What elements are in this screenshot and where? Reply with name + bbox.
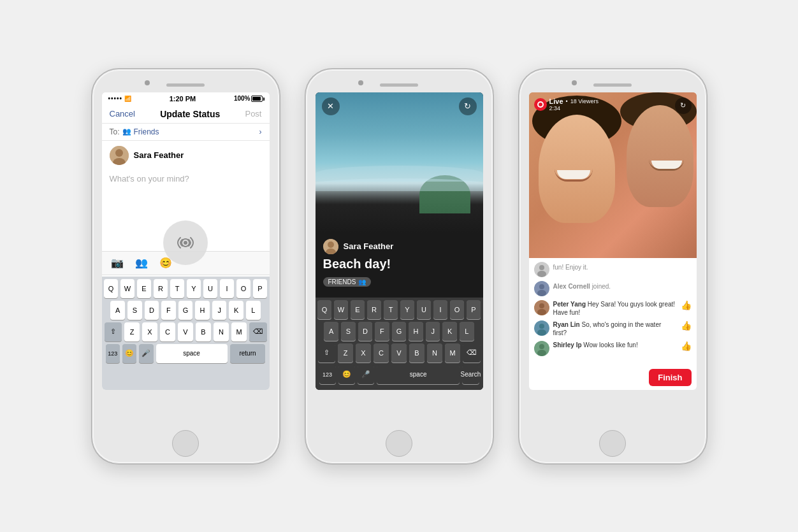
live-broadcast-icon [174,231,197,254]
dark-key-t[interactable]: T [384,300,398,319]
alex-name: Alex Cornell [553,283,590,290]
comment-avatar-alex [534,281,549,296]
dark-key-n[interactable]: N [427,343,442,363]
key-n[interactable]: N [214,322,229,341]
dark-key-space[interactable]: space [377,365,460,384]
close-button[interactable]: ✕ [322,97,340,115]
to-row[interactable]: To: 👥 Friends › [102,124,270,141]
dark-key-c[interactable]: C [374,343,389,363]
key-t[interactable]: T [170,279,184,298]
key-e[interactable]: E [137,279,151,298]
key-m[interactable]: M [231,322,247,341]
key-return[interactable]: return [230,344,266,363]
screen-1: ••••• 📶 1:20 PM 100% Cancel Update Statu… [102,92,270,390]
key-w[interactable]: W [120,279,134,298]
dark-key-h[interactable]: H [409,322,423,341]
key-a[interactable]: A [110,301,125,320]
dark-key-x[interactable]: X [356,343,371,363]
key-r[interactable]: R [154,279,168,298]
dark-key-u[interactable]: U [417,300,431,319]
dark-key-mic[interactable]: 🎤 [358,365,374,384]
home-button-2[interactable] [386,430,412,457]
key-o[interactable]: O [236,279,250,298]
key-f[interactable]: F [161,301,176,320]
finish-button[interactable]: Finish [649,369,691,386]
key-x[interactable]: X [142,322,157,341]
dark-key-e[interactable]: E [351,300,365,319]
phone-2: ✕ ↻ Sara Feather Beach day! FRIEN [305,69,493,464]
key-s[interactable]: S [127,301,142,320]
key-k[interactable]: K [229,301,243,320]
dark-key-r[interactable]: R [367,300,381,319]
live-user-avatar [323,239,338,254]
dark-key-q[interactable]: Q [317,300,331,319]
dark-key-l[interactable]: L [460,322,474,341]
like-icon-peter[interactable]: 👍 [681,300,692,310]
dark-key-123[interactable]: 123 [319,365,336,384]
key-c[interactable]: C [160,322,175,341]
post-button[interactable]: Post [245,109,261,119]
svg-point-23 [539,344,544,349]
alex-comment: Alex Cornell joined. [553,281,692,292]
dark-key-o[interactable]: O [450,300,464,319]
dark-key-g[interactable]: G [392,322,407,341]
dark-key-m[interactable]: M [445,343,460,363]
dark-key-b[interactable]: B [409,343,424,363]
key-mic[interactable]: 🎤 [139,344,153,363]
status-bar-1: ••••• 📶 1:20 PM 100% [102,92,270,105]
svg-point-4 [184,241,187,245]
home-button-1[interactable] [172,430,199,457]
key-123[interactable]: 123 [106,344,120,363]
dark-key-y[interactable]: Y [400,300,414,319]
dark-key-a[interactable]: A [324,322,338,341]
battery-percent: 100% [234,95,250,102]
key-l[interactable]: L [246,301,261,320]
live-flip-button[interactable]: ↻ [675,97,692,114]
dark-key-p[interactable]: P [467,300,481,319]
dark-key-z[interactable]: Z [338,343,353,363]
dark-key-k[interactable]: K [442,322,457,341]
key-b[interactable]: B [196,322,211,341]
camera-toolbar-icon[interactable]: 📷 [111,257,124,269]
like-icon-shirley[interactable]: 👍 [681,341,692,351]
key-v[interactable]: V [178,322,193,341]
dark-key-v[interactable]: V [391,343,407,363]
dark-key-d[interactable]: D [358,322,373,341]
key-h[interactable]: H [195,301,210,320]
key-emoji[interactable]: 😊 [122,344,136,363]
key-g[interactable]: G [178,301,193,320]
key-backspace[interactable]: ⌫ [249,322,267,341]
like-icon-ryan[interactable]: 👍 [681,320,692,331]
key-y[interactable]: Y [187,279,201,298]
live-broadcast-highlight[interactable] [163,220,208,265]
key-i[interactable]: I [220,279,234,298]
nav-title: Update Status [160,109,220,119]
cancel-button[interactable]: Cancel [110,109,135,119]
key-p[interactable]: P [253,279,267,298]
dark-key-i[interactable]: I [433,300,447,319]
camera-dot-3 [572,80,577,85]
key-z[interactable]: Z [124,322,140,341]
key-shift[interactable]: ⇧ [105,322,122,341]
key-j[interactable]: J [212,301,227,320]
dark-key-search[interactable]: Search [462,365,479,384]
dark-key-f[interactable]: F [375,322,389,341]
comment-row-alex: Alex Cornell joined. [534,281,692,296]
status-placeholder[interactable]: What's on your mind? [102,170,270,187]
flip-camera-button[interactable]: ↻ [459,97,477,115]
dark-key-w[interactable]: W [334,300,348,319]
key-space[interactable]: space [156,344,228,363]
dark-key-backspace[interactable]: ⌫ [463,343,481,363]
tag-toolbar-icon[interactable]: 👥 [135,257,148,269]
key-q[interactable]: Q [104,279,118,298]
ryan-comment: Ryan Lin So, who's going in the water fi… [553,320,677,337]
key-u[interactable]: U [203,279,217,298]
screen-3: Live • 18 Viewers 2:34 ↻ [529,92,697,390]
dark-key-emoji[interactable]: 😊 [338,365,355,384]
dark-key-j[interactable]: J [426,322,440,341]
dark-key-s[interactable]: S [341,322,356,341]
key-d[interactable]: D [145,301,159,320]
dark-key-shift[interactable]: ⇧ [318,343,336,363]
live-text-info: Live • 18 Viewers 2:34 [549,97,599,111]
home-button-3[interactable] [599,430,626,457]
